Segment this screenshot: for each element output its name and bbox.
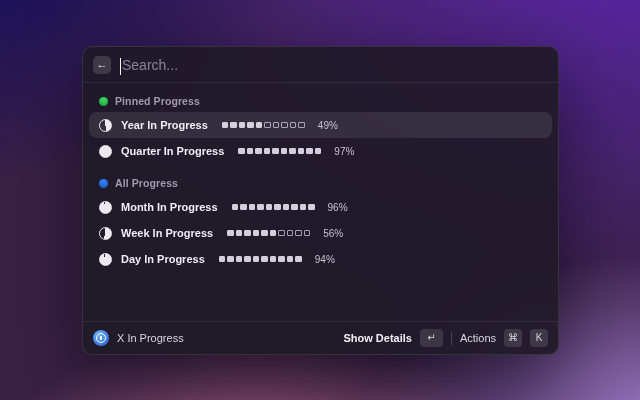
square-filled-icon <box>308 204 315 211</box>
list-item-week-in-progress[interactable]: Week In Progress 56% <box>89 220 552 246</box>
progress-pie-icon <box>99 145 112 158</box>
square-filled-icon <box>232 204 239 211</box>
footer-bar: X In Progress Show Details ↵ Actions ⌘ K <box>83 322 558 354</box>
launcher-window: ← Pinned Progress Year In Progress 49% Q… <box>82 46 559 355</box>
square-empty-icon <box>304 230 311 237</box>
square-filled-icon <box>315 148 322 155</box>
desktop-background: ← Pinned Progress Year In Progress 49% Q… <box>0 0 640 400</box>
section-label: All Progress <box>115 177 178 189</box>
square-filled-icon <box>266 204 273 211</box>
progress-squares <box>219 256 302 263</box>
square-filled-icon <box>306 148 313 155</box>
list-item-day-in-progress[interactable]: Day In Progress 94% <box>89 246 552 272</box>
progress-squares <box>222 122 305 129</box>
square-filled-icon <box>249 204 256 211</box>
section-label: Pinned Progress <box>115 95 200 107</box>
actions-label: Actions <box>460 332 496 344</box>
command-key-icon: ⌘ <box>504 329 522 347</box>
square-filled-icon <box>272 148 279 155</box>
progress-pie-icon <box>99 119 112 132</box>
section-dot-icon <box>99 179 108 188</box>
square-filled-icon <box>230 122 237 129</box>
return-key-icon: ↵ <box>420 329 443 347</box>
progress-pie-icon <box>99 201 112 214</box>
square-filled-icon <box>295 256 302 263</box>
section-header-all-progress: All Progress <box>89 171 552 194</box>
list-item-month-in-progress[interactable]: Month In Progress 96% <box>89 194 552 220</box>
progress-squares <box>238 148 321 155</box>
square-empty-icon <box>290 122 297 129</box>
search-input[interactable] <box>120 57 548 73</box>
square-filled-icon <box>283 204 290 211</box>
item-title: Day In Progress <box>121 253 205 265</box>
item-percent: 96% <box>328 202 348 213</box>
square-filled-icon <box>227 256 234 263</box>
item-title: Week In Progress <box>121 227 213 239</box>
square-filled-icon <box>289 148 296 155</box>
square-filled-icon <box>274 204 281 211</box>
square-filled-icon <box>219 256 226 263</box>
arrow-left-icon: ← <box>97 59 108 70</box>
item-percent: 49% <box>318 120 338 131</box>
k-key-icon: K <box>530 329 548 347</box>
square-filled-icon <box>270 230 277 237</box>
square-filled-icon <box>238 148 245 155</box>
square-filled-icon <box>244 256 251 263</box>
square-filled-icon <box>255 148 262 155</box>
square-empty-icon <box>281 122 288 129</box>
item-title: Year In Progress <box>121 119 208 131</box>
square-filled-icon <box>257 204 264 211</box>
list-item-quarter-in-progress[interactable]: Quarter In Progress 97% <box>89 138 552 164</box>
app-name: X In Progress <box>117 332 184 344</box>
search-bar: ← <box>83 47 558 82</box>
square-empty-icon <box>264 122 271 129</box>
item-title: Month In Progress <box>121 201 218 213</box>
item-percent: 94% <box>315 254 335 265</box>
item-title: Quarter In Progress <box>121 145 224 157</box>
square-filled-icon <box>278 256 285 263</box>
actions-button[interactable]: Actions ⌘ K <box>460 329 548 347</box>
square-filled-icon <box>240 204 247 211</box>
square-filled-icon <box>300 204 307 211</box>
item-percent: 97% <box>334 146 354 157</box>
square-filled-icon <box>287 256 294 263</box>
square-empty-icon <box>295 230 302 237</box>
progress-squares <box>232 204 315 211</box>
results-list: Pinned Progress Year In Progress 49% Qua… <box>83 83 558 321</box>
square-filled-icon <box>236 256 243 263</box>
show-details-button[interactable]: Show Details ↵ <box>343 329 442 347</box>
square-filled-icon <box>264 148 271 155</box>
progress-pie-icon <box>99 253 112 266</box>
footer-separator <box>451 332 452 345</box>
square-filled-icon <box>270 256 277 263</box>
section-header-pinned-progress: Pinned Progress <box>89 89 552 112</box>
back-button[interactable]: ← <box>93 56 111 74</box>
square-empty-icon <box>273 122 280 129</box>
app-logo-icon <box>93 330 109 346</box>
section-dot-icon <box>99 97 108 106</box>
square-filled-icon <box>222 122 229 129</box>
square-filled-icon <box>253 256 260 263</box>
square-filled-icon <box>281 148 288 155</box>
square-filled-icon <box>253 230 260 237</box>
square-filled-icon <box>291 204 298 211</box>
item-percent: 56% <box>323 228 343 239</box>
square-filled-icon <box>239 122 246 129</box>
square-filled-icon <box>256 122 263 129</box>
footer-actions: Show Details ↵ Actions ⌘ K <box>343 329 548 347</box>
square-empty-icon <box>298 122 305 129</box>
square-empty-icon <box>278 230 285 237</box>
square-filled-icon <box>261 256 268 263</box>
list-item-year-in-progress[interactable]: Year In Progress 49% <box>89 112 552 138</box>
progress-squares <box>227 230 310 237</box>
square-filled-icon <box>244 230 251 237</box>
search-input-wrap <box>120 57 548 73</box>
square-filled-icon <box>236 230 243 237</box>
square-empty-icon <box>287 230 294 237</box>
square-filled-icon <box>247 148 254 155</box>
progress-pie-icon <box>99 227 112 240</box>
text-caret <box>120 58 121 75</box>
square-filled-icon <box>227 230 234 237</box>
square-filled-icon <box>298 148 305 155</box>
square-filled-icon <box>247 122 254 129</box>
